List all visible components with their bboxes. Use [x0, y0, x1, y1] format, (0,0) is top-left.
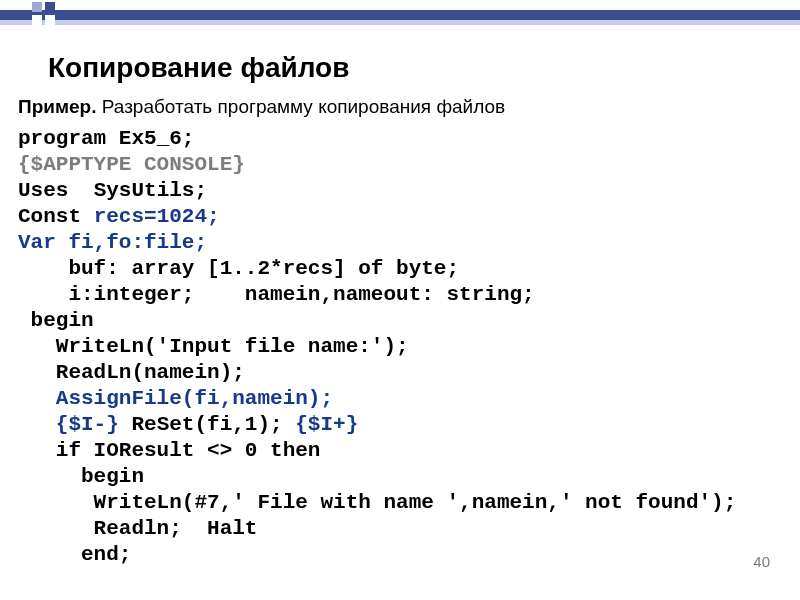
example-label: Пример. [18, 96, 96, 117]
code-l1-a: program [18, 127, 106, 150]
example-line: Пример. Разработать программу копировани… [18, 96, 505, 118]
code-l12-b: ReSet(fi,1); [131, 413, 282, 436]
decor-square-2 [45, 2, 55, 12]
page-number: 40 [753, 553, 770, 570]
decor-square-3 [32, 15, 42, 25]
band-light [0, 20, 800, 25]
code-l1-b: Ex5_6; [106, 127, 194, 150]
code-l15: WriteLn(#7,' File with name ',namein,' n… [18, 491, 736, 514]
decor-square-4 [45, 15, 55, 25]
code-l13: if IOResult <> 0 then [18, 439, 320, 462]
code-l6: buf: array [1..2*recs] of byte; [18, 257, 459, 280]
decor-square-1 [32, 2, 42, 12]
example-text: Разработать программу копирования файлов [96, 96, 505, 117]
code-l12-a: {$I-} [18, 413, 131, 436]
code-l10: ReadLn(namein); [18, 361, 245, 384]
code-l8: begin [18, 309, 94, 332]
band-dark [0, 10, 800, 20]
code-l5: Var fi,fo:file; [18, 231, 207, 254]
slide-title: Копирование файлов [48, 52, 349, 84]
code-l3-a: Uses [18, 179, 68, 202]
code-l2: {$APPTYPE CONSOLE} [18, 153, 245, 176]
code-l14: begin [18, 465, 144, 488]
code-l4-b: recs=1024; [94, 205, 220, 228]
code-l9: WriteLn('Input file name:'); [18, 335, 409, 358]
code-block: program Ex5_6; {$APPTYPE CONSOLE} Uses S… [18, 126, 736, 568]
code-l11: AssignFile(fi,namein); [18, 387, 333, 410]
code-l7: i:integer; namein,nameout: string; [18, 283, 535, 306]
code-l12-c: {$I+} [283, 413, 359, 436]
code-l16: Readln; Halt [18, 517, 257, 540]
code-l3-b: SysUtils; [68, 179, 207, 202]
header-decor [0, 0, 800, 28]
code-l17: end; [18, 543, 131, 566]
code-l4-a: Const [18, 205, 94, 228]
